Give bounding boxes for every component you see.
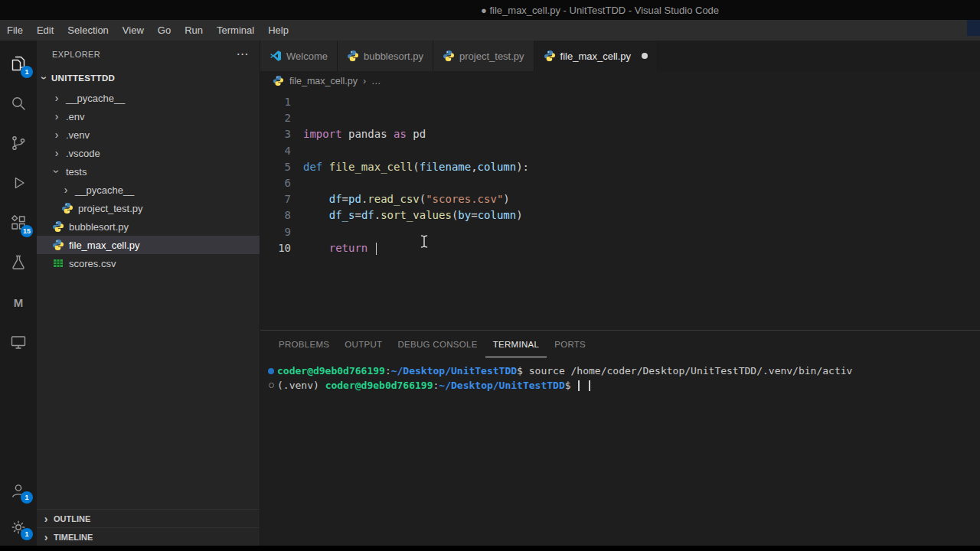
- code-text: df_s=df.sort_values(by=column): [303, 207, 523, 223]
- sidebar-header: EXPLORER ⋯: [37, 41, 260, 67]
- file-name: .venv: [66, 129, 90, 141]
- activity-manage-icon[interactable]: 1: [0, 509, 37, 546]
- menu-item-go[interactable]: Go: [151, 20, 178, 41]
- badge-count: 1: [21, 528, 33, 540]
- tree-item-pycache[interactable]: ›__pycache__: [37, 89, 260, 107]
- terminal-cursor: [589, 380, 590, 391]
- menu-item-run[interactable]: Run: [178, 20, 210, 41]
- panel-tab-problems[interactable]: PROBLEMS: [271, 331, 337, 357]
- tab-file-max-cell-py[interactable]: file_max_cell.py: [534, 41, 658, 71]
- line-number: 3: [260, 126, 303, 142]
- section-label: OUTLINE: [54, 514, 90, 523]
- file-name: tests: [66, 166, 87, 178]
- menu-item-help[interactable]: Help: [261, 20, 296, 41]
- tab-label: file_max_cell.py: [560, 51, 632, 62]
- modified-dot-icon: [642, 53, 648, 59]
- letterbox-bottom: [0, 546, 980, 551]
- more-actions-icon[interactable]: ⋯: [237, 47, 249, 61]
- explorer-tree: ›__pycache__›.env›.venv›.vscode›tests›__…: [37, 89, 260, 272]
- code-editor[interactable]: 123import pandas as pd45def file_max_cel…: [260, 90, 980, 330]
- root-folder[interactable]: › UNITTESTTDD: [37, 67, 260, 89]
- file-name: __pycache__: [66, 93, 125, 104]
- panel-tab-ports[interactable]: PORTS: [547, 331, 593, 357]
- activity-extension-m-icon[interactable]: M: [0, 282, 37, 322]
- panel-tab-debug-console[interactable]: DEBUG CONSOLE: [390, 331, 485, 357]
- terminal-text: coder@d9eb0d766199:~/Desktop/UnitTestTDD…: [277, 365, 852, 377]
- tab-welcome[interactable]: Welcome: [260, 41, 338, 71]
- file-name: __pycache__: [75, 184, 134, 196]
- line-number: 9: [260, 224, 303, 240]
- sidebar-section-timeline[interactable]: ›TIMELINE: [37, 527, 260, 546]
- line-number: 7: [260, 191, 303, 207]
- menu-item-file[interactable]: File: [0, 20, 30, 41]
- tab-bubblesort-py[interactable]: bubblesort.py: [338, 41, 433, 71]
- tree-item-tests[interactable]: ›tests: [37, 162, 260, 181]
- code-text: df=pd.read_csv("scores.csv"): [303, 191, 510, 207]
- badge-count: 1: [21, 66, 33, 78]
- activity-remote-explorer-icon[interactable]: [0, 322, 37, 362]
- title-bar: ● file_max_cell.py - UnitTestTDD - Visua…: [0, 0, 980, 20]
- line-number: 10: [260, 240, 303, 256]
- tree-item-project-test-py[interactable]: project_test.py: [37, 199, 260, 217]
- code-line: 1: [260, 94, 980, 110]
- menu-item-view[interactable]: View: [116, 20, 151, 41]
- file-name: .env: [66, 111, 85, 122]
- mouse-cursor-ibeam: [420, 234, 429, 249]
- activity-run-debug-icon[interactable]: [0, 163, 37, 203]
- activity-testing-icon[interactable]: [0, 243, 37, 282]
- menu-item-terminal[interactable]: Terminal: [210, 20, 261, 41]
- sidebar-bottom-sections: ›OUTLINE›TIMELINE: [37, 509, 260, 546]
- activity-bar-bottom: 11: [0, 472, 37, 546]
- activity-bar: 115M 11: [0, 41, 37, 546]
- menu-item-edit[interactable]: Edit: [30, 20, 60, 41]
- chevron-right-icon: ›: [41, 533, 51, 542]
- breadcrumb-separator: ›: [363, 76, 366, 86]
- chevron-right-icon: ›: [41, 514, 51, 523]
- activity-bar-top: 115M: [0, 44, 37, 362]
- python-icon: [347, 50, 359, 62]
- tree-item-bubblesort-py[interactable]: bubblesort.py: [37, 217, 260, 236]
- tree-item-pycache[interactable]: ›__pycache__: [37, 181, 260, 199]
- file-name: project_test.py: [78, 203, 143, 214]
- vscode-icon: [270, 50, 282, 62]
- python-icon: [443, 50, 455, 62]
- svg-text:M: M: [14, 296, 24, 309]
- menu-item-selection[interactable]: Selection: [60, 20, 115, 41]
- line-number: 1: [260, 94, 303, 110]
- badge-count: 15: [21, 225, 33, 237]
- line-number: 4: [260, 143, 303, 159]
- breadcrumb-file: file_max_cell.py: [289, 76, 358, 86]
- terminal[interactable]: coder@d9eb0d766199:~/Desktop/UnitTestTDD…: [260, 357, 980, 546]
- root-folder-label: UNITTESTTDD: [51, 73, 115, 83]
- decoration-dot-icon: [268, 368, 274, 374]
- tree-item-vscode[interactable]: ›.vscode: [37, 144, 260, 162]
- breadcrumb-ellipsis: …: [371, 76, 381, 86]
- code-text: import pandas as pd: [303, 126, 426, 142]
- terminal-text: (.venv) coder@d9eb0d766199:~/Desktop/Uni…: [277, 380, 592, 392]
- code-line: 10 return: [260, 240, 980, 256]
- code-text: return: [303, 240, 377, 256]
- sidebar-section-outline[interactable]: ›OUTLINE: [37, 509, 260, 527]
- activity-extensions-icon[interactable]: 15: [0, 203, 37, 243]
- code-line: 6: [260, 175, 980, 191]
- tree-item-venv[interactable]: ›.venv: [37, 126, 260, 144]
- tree-item-env[interactable]: ›.env: [37, 107, 260, 126]
- activity-source-control-icon[interactable]: [0, 123, 37, 163]
- corner-decoration: [967, 20, 980, 36]
- command-decoration: [265, 368, 277, 374]
- panel-tab-terminal[interactable]: TERMINAL: [485, 331, 547, 357]
- file-name: .vscode: [66, 148, 100, 159]
- tab-label: project_test.py: [459, 51, 524, 62]
- tab-project-test-py[interactable]: project_test.py: [433, 41, 534, 71]
- menu-bar: FileEditSelectionViewGoRunTerminalHelp: [0, 20, 980, 41]
- tree-item-scores-csv[interactable]: scores.csv: [37, 254, 260, 272]
- activity-explorer-icon[interactable]: 1: [0, 44, 37, 83]
- activity-account-icon[interactable]: 1: [0, 472, 37, 509]
- tree-item-file-max-cell-py[interactable]: file_max_cell.py: [37, 236, 260, 254]
- panel-tab-output[interactable]: OUTPUT: [337, 331, 390, 357]
- breadcrumb[interactable]: file_max_cell.py › …: [260, 71, 980, 90]
- activity-search-icon[interactable]: [0, 83, 37, 123]
- section-label: TIMELINE: [54, 533, 93, 542]
- file-name: file_max_cell.py: [69, 240, 140, 251]
- code-line: 4: [260, 143, 980, 159]
